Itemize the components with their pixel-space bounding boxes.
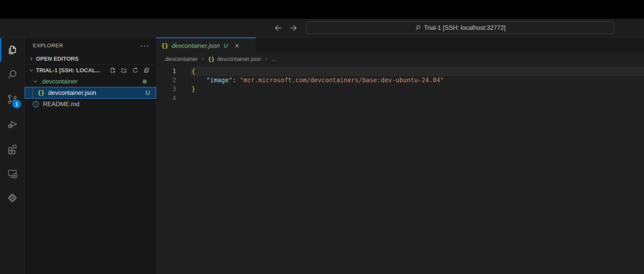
sidebar-header: EXPLORER ··· [25, 38, 156, 53]
files-icon [6, 44, 18, 56]
open-editors-section[interactable]: OPEN EDITORS [25, 53, 156, 64]
line-number: 1 [156, 67, 190, 76]
close-icon[interactable] [234, 42, 240, 49]
extensions-icon [6, 143, 18, 154]
breadcrumb: .devcontainer {} devcontainer.json ... [156, 53, 644, 65]
activity-clover-extension[interactable] [0, 186, 25, 210]
git-modified-dot [143, 79, 147, 84]
title-bar: Trial-1 [SSH: localhost:32772] [0, 19, 644, 37]
code-line-2[interactable]: 2 "image": "mcr.microsoft.com/devcontain… [156, 76, 644, 85]
code-text: "image": "mcr.microsoft.com/devcontainer… [190, 76, 644, 85]
remote-explorer-icon [6, 167, 18, 179]
readme-info-icon [32, 100, 40, 108]
breadcrumb-symbol[interactable]: ... [271, 56, 276, 62]
workspace-section[interactable]: TRIAL-1 [SSH: LOCAL... [25, 64, 156, 76]
tree-item-devcontainer-json[interactable]: {} devcontainer.json U [25, 87, 156, 99]
explorer-sidebar: EXPLORER ··· OPEN EDITORS TRIAL-1 [SSH: … [25, 38, 156, 274]
tree-item-devcontainer-folder[interactable]: .devcontainer [25, 76, 156, 87]
json-file-icon: {} [161, 42, 168, 49]
search-icon [6, 69, 18, 80]
debug-icon [6, 118, 18, 130]
window-top-strip [0, 0, 644, 19]
open-editors-label: OPEN EDITORS [36, 56, 79, 62]
json-file-icon: {} [208, 56, 214, 62]
git-untracked-badge: U [146, 89, 150, 96]
more-actions-icon[interactable]: ··· [140, 44, 149, 47]
new-file-icon[interactable] [109, 67, 116, 74]
command-center-label: Trial-1 [SSH: localhost:32772] [424, 24, 506, 31]
chevron-down-icon [32, 78, 39, 85]
chevron-right-icon [264, 57, 269, 62]
workspace-actions [109, 67, 150, 74]
activity-run-debug[interactable] [0, 112, 25, 136]
activity-bar: 1 [0, 38, 25, 274]
line-number: 4 [156, 94, 190, 103]
activity-source-control[interactable]: 1 [0, 87, 25, 112]
workspace-label: TRIAL-1 [SSH: LOCAL... [36, 67, 100, 74]
code-text [190, 94, 644, 103]
chevron-right-icon [28, 56, 34, 62]
activity-extensions[interactable] [0, 136, 25, 161]
code-editor[interactable]: 1{2 "image": "mcr.microsoft.com/devconta… [156, 65, 644, 103]
breadcrumb-folder[interactable]: .devcontainer [164, 56, 198, 62]
tab-label: devcontainer.json [172, 42, 220, 49]
tab-devcontainer-json[interactable]: {} devcontainer.json U [156, 38, 256, 53]
scm-badge: 1 [12, 100, 21, 108]
tab-bar: {} devcontainer.json U [156, 38, 644, 53]
line-number: 3 [156, 85, 190, 94]
collapse-all-icon[interactable] [143, 67, 150, 74]
activity-remote-explorer[interactable] [0, 161, 25, 186]
clover-icon [6, 192, 18, 204]
json-file-icon: {} [37, 89, 45, 96]
breadcrumb-file[interactable]: devcontainer.json [217, 56, 261, 62]
navigate-back-icon[interactable] [274, 23, 283, 33]
sidebar-title: EXPLORER [33, 42, 63, 49]
code-text: } [190, 85, 644, 94]
line-number: 2 [156, 76, 190, 85]
folder-label: .devcontainer [41, 78, 78, 85]
new-folder-icon[interactable] [120, 67, 127, 74]
tab-git-badge: U [224, 42, 228, 49]
chevron-right-icon [200, 57, 205, 62]
command-center[interactable]: Trial-1 [SSH: localhost:32772] [306, 21, 614, 34]
code-line-1[interactable]: 1{ [156, 67, 644, 76]
activity-explorer[interactable] [0, 38, 25, 62]
refresh-icon[interactable] [132, 67, 139, 74]
tree-item-readme[interactable]: README.md [25, 99, 156, 109]
tree-indent-guide [32, 87, 33, 98]
editor-group: {} devcontainer.json U .devcontainer {} … [156, 38, 644, 274]
activity-search[interactable] [0, 62, 25, 87]
code-line-4[interactable]: 4 [156, 94, 644, 103]
search-icon [415, 24, 421, 31]
file-label: README.md [43, 101, 80, 108]
chevron-down-icon [28, 67, 34, 74]
code-line-3[interactable]: 3} [156, 85, 644, 94]
navigate-forward-icon[interactable] [289, 23, 298, 33]
file-label: devcontainer.json [48, 89, 96, 96]
code-text: { [190, 67, 644, 76]
